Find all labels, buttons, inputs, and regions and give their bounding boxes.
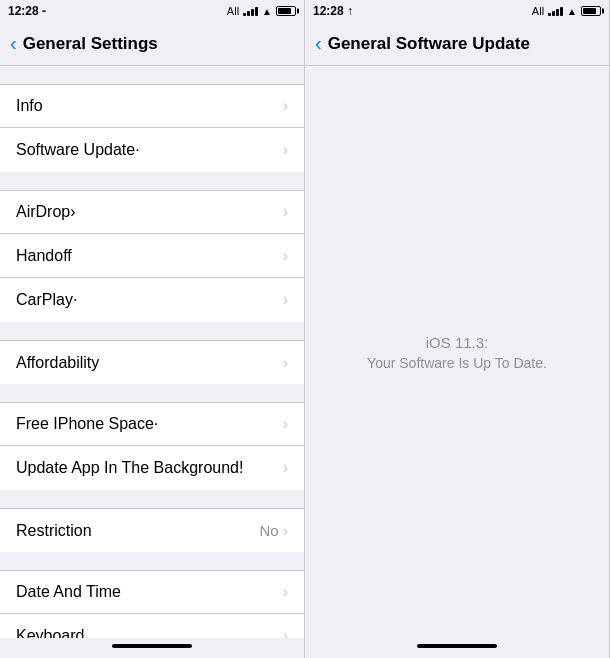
- left-time: 12:28 -: [8, 4, 46, 18]
- handoff-label: Handoff: [16, 247, 283, 265]
- bar2: [247, 11, 250, 16]
- affordability-chevron-icon: ›: [283, 354, 288, 372]
- software-update-cell[interactable]: Software Update· ›: [0, 128, 304, 172]
- gap4: [0, 384, 304, 402]
- free-iphone-space-label: Free IPhone Space·: [16, 415, 283, 433]
- keyboard-label: Keyboard: [16, 627, 283, 638]
- right-battery-fill: [583, 8, 596, 14]
- left-back-button[interactable]: ‹ General Settings: [10, 34, 158, 54]
- left-network: All: [227, 5, 239, 17]
- software-version-text: iOS 11.3:: [426, 334, 489, 351]
- right-signal-bars-icon: [548, 6, 563, 16]
- handoff-chevron-icon: ›: [283, 247, 288, 265]
- status-left: 12:28 -: [8, 4, 46, 18]
- bar3: [251, 9, 254, 16]
- left-content: Info › Software Update· › AirDrop› › Han…: [0, 66, 304, 638]
- keyboard-chevron-icon: ›: [283, 627, 288, 638]
- free-iphone-space-cell[interactable]: Free IPhone Space· ›: [0, 402, 304, 446]
- keyboard-cell[interactable]: Keyboard ›: [0, 614, 304, 638]
- restriction-label: Restriction: [16, 522, 259, 540]
- right-network: All: [532, 5, 544, 17]
- right-back-chevron-icon: ‹: [315, 33, 322, 53]
- airdrop-chevron-icon: ›: [283, 203, 288, 221]
- right-status-right: All ▲: [532, 5, 601, 17]
- right-bottom-bar: [305, 638, 609, 658]
- left-panel: 12:28 - All ▲ ‹ General Settings: [0, 0, 305, 658]
- right-nav-bar: ‹ General Software Update: [305, 22, 609, 66]
- rbar1: [548, 13, 551, 16]
- airdrop-cell[interactable]: AirDrop› ›: [0, 190, 304, 234]
- section-1: Info › Software Update· ›: [0, 84, 304, 172]
- date-time-chevron-icon: ›: [283, 583, 288, 601]
- gap6: [0, 552, 304, 570]
- signal-bars-icon: [243, 6, 258, 16]
- right-status-bar: 12:28 ↑ All ▲: [305, 0, 609, 22]
- gap3: [0, 322, 304, 340]
- right-home-indicator: [417, 644, 497, 648]
- right-status-left: 12:28 ↑: [313, 4, 353, 18]
- date-time-label: Date And Time: [16, 583, 283, 601]
- airdrop-label: AirDrop›: [16, 203, 283, 221]
- rbar2: [552, 11, 555, 16]
- bar4: [255, 7, 258, 16]
- gap5: [0, 490, 304, 508]
- carplay-chevron-icon: ›: [283, 291, 288, 309]
- right-back-button[interactable]: ‹ General Software Update: [315, 34, 530, 54]
- info-label: Info: [16, 97, 283, 115]
- section-6: Date And Time › Keyboard ›: [0, 570, 304, 638]
- right-wifi-icon: ▲: [567, 6, 577, 17]
- free-iphone-space-chevron-icon: ›: [283, 415, 288, 433]
- gap1: [0, 66, 304, 84]
- carplay-cell[interactable]: CarPlay· ›: [0, 278, 304, 322]
- restriction-cell[interactable]: Restriction No ›: [0, 508, 304, 552]
- gap2: [0, 172, 304, 190]
- restriction-value: No: [259, 522, 278, 539]
- section-4: Free IPhone Space· › Update App In The B…: [0, 402, 304, 490]
- section-5: Restriction No ›: [0, 508, 304, 552]
- rbar4: [560, 7, 563, 16]
- section-3: Affordability ›: [0, 340, 304, 384]
- status-right: All ▲: [227, 5, 296, 17]
- battery-fill: [278, 8, 291, 14]
- section-2: AirDrop› › Handoff › CarPlay· ›: [0, 190, 304, 322]
- update-app-label: Update App In The Background!: [16, 459, 283, 477]
- rbar3: [556, 9, 559, 16]
- bar1: [243, 13, 246, 16]
- software-update-label: Software Update·: [16, 141, 283, 159]
- carplay-label: CarPlay·: [16, 291, 283, 309]
- wifi-icon: ▲: [262, 6, 272, 17]
- back-chevron-icon: ‹: [10, 33, 17, 53]
- affordability-cell[interactable]: Affordability ›: [0, 340, 304, 384]
- left-home-indicator: [112, 644, 192, 648]
- left-nav-title: General Settings: [23, 34, 158, 54]
- right-panel: 12:28 ↑ All ▲ ‹ General Software Update …: [305, 0, 610, 658]
- battery-icon: [276, 6, 296, 16]
- info-chevron-icon: ›: [283, 97, 288, 115]
- right-battery-icon: [581, 6, 601, 16]
- restriction-chevron-icon: ›: [283, 522, 288, 540]
- update-app-cell[interactable]: Update App In The Background! ›: [0, 446, 304, 490]
- software-update-chevron-icon: ›: [283, 141, 288, 159]
- right-time: 12:28 ↑: [313, 4, 353, 18]
- right-content: iOS 11.3: Your Software Is Up To Date.: [305, 66, 609, 638]
- update-app-chevron-icon: ›: [283, 459, 288, 477]
- info-cell[interactable]: Info ›: [0, 84, 304, 128]
- software-status-text: Your Software Is Up To Date.: [367, 355, 547, 371]
- right-nav-title: General Software Update: [328, 34, 530, 54]
- date-time-cell[interactable]: Date And Time ›: [0, 570, 304, 614]
- handoff-cell[interactable]: Handoff ›: [0, 234, 304, 278]
- affordability-label: Affordability: [16, 354, 283, 372]
- left-bottom-bar: [0, 638, 304, 658]
- left-nav-bar: ‹ General Settings: [0, 22, 304, 66]
- left-status-bar: 12:28 - All ▲: [0, 0, 304, 22]
